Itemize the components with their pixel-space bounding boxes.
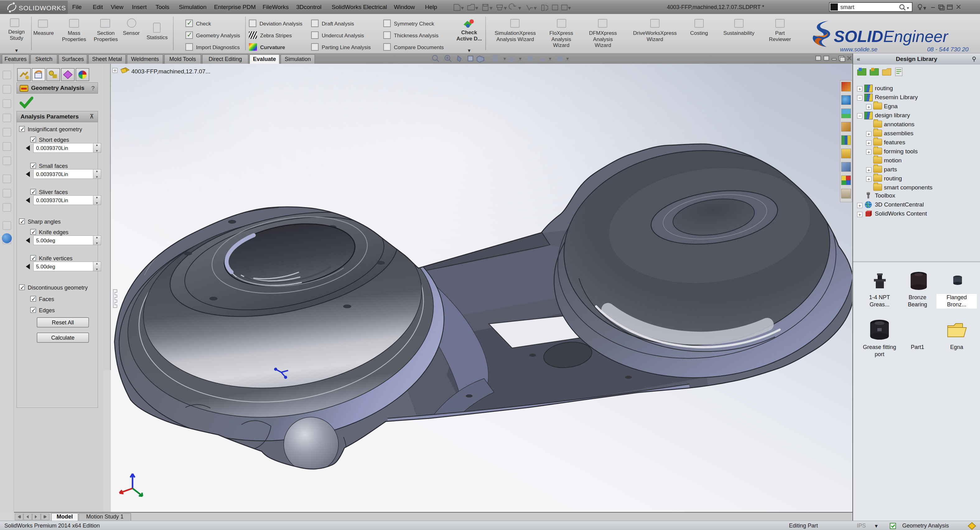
svg-text:▾: ▾ bbox=[504, 6, 506, 10]
svg-text:▾: ▾ bbox=[519, 6, 521, 10]
svg-text:▾: ▾ bbox=[476, 6, 478, 10]
svg-text:▾: ▾ bbox=[534, 6, 536, 10]
svg-text:▾: ▾ bbox=[503, 56, 506, 61]
svg-text:4003-FFP,machined,12.7.07...: 4003-FFP,machined,12.7.07... bbox=[131, 68, 210, 75]
svg-text:▾: ▾ bbox=[924, 6, 926, 10]
svg-text:▾: ▾ bbox=[907, 6, 909, 10]
svg-text:▾: ▾ bbox=[566, 56, 569, 61]
svg-text:▾: ▾ bbox=[549, 56, 551, 61]
svg-text:▾: ▾ bbox=[519, 56, 522, 61]
svg-text:▾: ▾ bbox=[461, 6, 463, 10]
svg-text:▾: ▾ bbox=[490, 6, 492, 10]
svg-text:▾: ▾ bbox=[568, 6, 571, 10]
